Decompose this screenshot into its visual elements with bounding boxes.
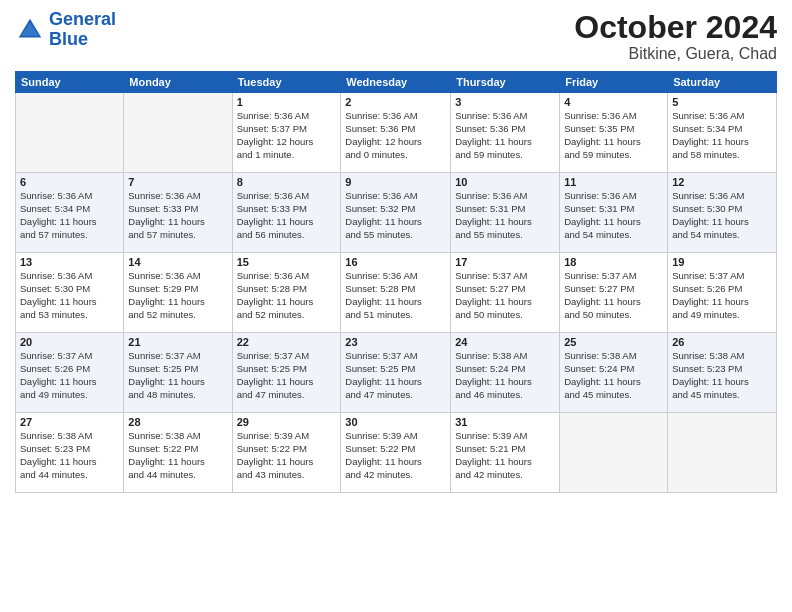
logo: General Blue xyxy=(15,10,116,50)
day-number: 14 xyxy=(128,256,227,268)
logo-icon xyxy=(15,15,45,45)
table-row: 6Sunrise: 5:36 AMSunset: 5:34 PMDaylight… xyxy=(16,173,124,253)
table-row: 25Sunrise: 5:38 AMSunset: 5:24 PMDayligh… xyxy=(560,333,668,413)
day-number: 6 xyxy=(20,176,119,188)
day-number: 7 xyxy=(128,176,227,188)
day-info: Sunrise: 5:37 AMSunset: 5:25 PMDaylight:… xyxy=(237,350,337,401)
day-number: 21 xyxy=(128,336,227,348)
table-row xyxy=(124,93,232,173)
table-row: 10Sunrise: 5:36 AMSunset: 5:31 PMDayligh… xyxy=(451,173,560,253)
day-number: 17 xyxy=(455,256,555,268)
table-row: 11Sunrise: 5:36 AMSunset: 5:31 PMDayligh… xyxy=(560,173,668,253)
title-block: October 2024 Bitkine, Guera, Chad xyxy=(574,10,777,63)
page: General Blue October 2024 Bitkine, Guera… xyxy=(0,0,792,612)
table-row: 27Sunrise: 5:38 AMSunset: 5:23 PMDayligh… xyxy=(16,413,124,493)
col-wednesday: Wednesday xyxy=(341,72,451,93)
table-row: 20Sunrise: 5:37 AMSunset: 5:26 PMDayligh… xyxy=(16,333,124,413)
day-info: Sunrise: 5:36 AMSunset: 5:36 PMDaylight:… xyxy=(345,110,446,161)
table-row: 21Sunrise: 5:37 AMSunset: 5:25 PMDayligh… xyxy=(124,333,232,413)
day-number: 3 xyxy=(455,96,555,108)
table-row: 3Sunrise: 5:36 AMSunset: 5:36 PMDaylight… xyxy=(451,93,560,173)
table-row: 18Sunrise: 5:37 AMSunset: 5:27 PMDayligh… xyxy=(560,253,668,333)
logo-blue: Blue xyxy=(49,29,88,49)
table-row: 5Sunrise: 5:36 AMSunset: 5:34 PMDaylight… xyxy=(668,93,777,173)
day-info: Sunrise: 5:37 AMSunset: 5:27 PMDaylight:… xyxy=(455,270,555,321)
day-number: 23 xyxy=(345,336,446,348)
logo-text: General Blue xyxy=(49,10,116,50)
day-info: Sunrise: 5:36 AMSunset: 5:31 PMDaylight:… xyxy=(455,190,555,241)
day-info: Sunrise: 5:37 AMSunset: 5:26 PMDaylight:… xyxy=(20,350,119,401)
day-number: 26 xyxy=(672,336,772,348)
calendar-header-row: Sunday Monday Tuesday Wednesday Thursday… xyxy=(16,72,777,93)
day-info: Sunrise: 5:36 AMSunset: 5:30 PMDaylight:… xyxy=(20,270,119,321)
day-number: 24 xyxy=(455,336,555,348)
day-info: Sunrise: 5:36 AMSunset: 5:33 PMDaylight:… xyxy=(237,190,337,241)
table-row: 2Sunrise: 5:36 AMSunset: 5:36 PMDaylight… xyxy=(341,93,451,173)
day-info: Sunrise: 5:38 AMSunset: 5:23 PMDaylight:… xyxy=(672,350,772,401)
day-number: 18 xyxy=(564,256,663,268)
day-number: 20 xyxy=(20,336,119,348)
day-info: Sunrise: 5:36 AMSunset: 5:29 PMDaylight:… xyxy=(128,270,227,321)
table-row: 23Sunrise: 5:37 AMSunset: 5:25 PMDayligh… xyxy=(341,333,451,413)
calendar-week-row: 1Sunrise: 5:36 AMSunset: 5:37 PMDaylight… xyxy=(16,93,777,173)
table-row: 14Sunrise: 5:36 AMSunset: 5:29 PMDayligh… xyxy=(124,253,232,333)
logo-general: General xyxy=(49,9,116,29)
table-row: 19Sunrise: 5:37 AMSunset: 5:26 PMDayligh… xyxy=(668,253,777,333)
table-row: 29Sunrise: 5:39 AMSunset: 5:22 PMDayligh… xyxy=(232,413,341,493)
location-title: Bitkine, Guera, Chad xyxy=(574,45,777,63)
day-number: 10 xyxy=(455,176,555,188)
table-row: 9Sunrise: 5:36 AMSunset: 5:32 PMDaylight… xyxy=(341,173,451,253)
day-number: 25 xyxy=(564,336,663,348)
day-number: 13 xyxy=(20,256,119,268)
calendar-week-row: 6Sunrise: 5:36 AMSunset: 5:34 PMDaylight… xyxy=(16,173,777,253)
day-info: Sunrise: 5:36 AMSunset: 5:36 PMDaylight:… xyxy=(455,110,555,161)
day-number: 9 xyxy=(345,176,446,188)
day-number: 30 xyxy=(345,416,446,428)
header: General Blue October 2024 Bitkine, Guera… xyxy=(15,10,777,63)
day-info: Sunrise: 5:36 AMSunset: 5:35 PMDaylight:… xyxy=(564,110,663,161)
table-row: 12Sunrise: 5:36 AMSunset: 5:30 PMDayligh… xyxy=(668,173,777,253)
table-row: 7Sunrise: 5:36 AMSunset: 5:33 PMDaylight… xyxy=(124,173,232,253)
day-number: 5 xyxy=(672,96,772,108)
day-number: 1 xyxy=(237,96,337,108)
day-info: Sunrise: 5:38 AMSunset: 5:24 PMDaylight:… xyxy=(455,350,555,401)
day-info: Sunrise: 5:36 AMSunset: 5:33 PMDaylight:… xyxy=(128,190,227,241)
table-row: 30Sunrise: 5:39 AMSunset: 5:22 PMDayligh… xyxy=(341,413,451,493)
col-saturday: Saturday xyxy=(668,72,777,93)
col-thursday: Thursday xyxy=(451,72,560,93)
day-number: 28 xyxy=(128,416,227,428)
day-info: Sunrise: 5:36 AMSunset: 5:31 PMDaylight:… xyxy=(564,190,663,241)
day-info: Sunrise: 5:37 AMSunset: 5:27 PMDaylight:… xyxy=(564,270,663,321)
table-row xyxy=(668,413,777,493)
col-monday: Monday xyxy=(124,72,232,93)
table-row: 4Sunrise: 5:36 AMSunset: 5:35 PMDaylight… xyxy=(560,93,668,173)
day-number: 19 xyxy=(672,256,772,268)
day-info: Sunrise: 5:38 AMSunset: 5:23 PMDaylight:… xyxy=(20,430,119,481)
day-number: 11 xyxy=(564,176,663,188)
day-info: Sunrise: 5:36 AMSunset: 5:34 PMDaylight:… xyxy=(20,190,119,241)
table-row: 24Sunrise: 5:38 AMSunset: 5:24 PMDayligh… xyxy=(451,333,560,413)
table-row xyxy=(560,413,668,493)
calendar-week-row: 20Sunrise: 5:37 AMSunset: 5:26 PMDayligh… xyxy=(16,333,777,413)
calendar-week-row: 13Sunrise: 5:36 AMSunset: 5:30 PMDayligh… xyxy=(16,253,777,333)
day-info: Sunrise: 5:39 AMSunset: 5:22 PMDaylight:… xyxy=(345,430,446,481)
day-info: Sunrise: 5:38 AMSunset: 5:24 PMDaylight:… xyxy=(564,350,663,401)
calendar: Sunday Monday Tuesday Wednesday Thursday… xyxy=(15,71,777,493)
day-number: 15 xyxy=(237,256,337,268)
table-row: 17Sunrise: 5:37 AMSunset: 5:27 PMDayligh… xyxy=(451,253,560,333)
col-tuesday: Tuesday xyxy=(232,72,341,93)
day-number: 22 xyxy=(237,336,337,348)
month-title: October 2024 xyxy=(574,10,777,45)
day-info: Sunrise: 5:36 AMSunset: 5:28 PMDaylight:… xyxy=(345,270,446,321)
day-number: 16 xyxy=(345,256,446,268)
day-info: Sunrise: 5:36 AMSunset: 5:34 PMDaylight:… xyxy=(672,110,772,161)
table-row: 15Sunrise: 5:36 AMSunset: 5:28 PMDayligh… xyxy=(232,253,341,333)
day-info: Sunrise: 5:36 AMSunset: 5:37 PMDaylight:… xyxy=(237,110,337,161)
day-number: 27 xyxy=(20,416,119,428)
day-number: 31 xyxy=(455,416,555,428)
table-row: 28Sunrise: 5:38 AMSunset: 5:22 PMDayligh… xyxy=(124,413,232,493)
col-friday: Friday xyxy=(560,72,668,93)
table-row: 13Sunrise: 5:36 AMSunset: 5:30 PMDayligh… xyxy=(16,253,124,333)
day-number: 8 xyxy=(237,176,337,188)
table-row: 22Sunrise: 5:37 AMSunset: 5:25 PMDayligh… xyxy=(232,333,341,413)
